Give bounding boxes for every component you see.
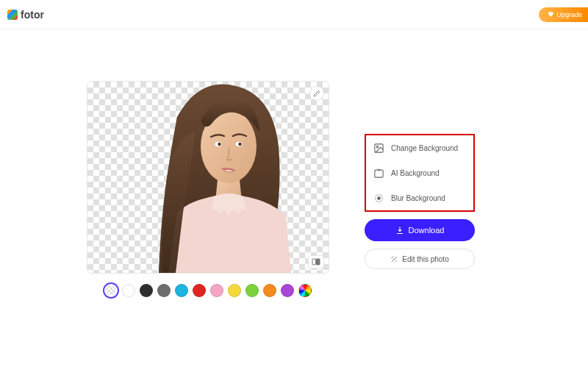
swatch-yellow[interactable] xyxy=(228,284,241,297)
edit-mask-button[interactable] xyxy=(309,86,324,101)
diamond-icon xyxy=(548,11,554,18)
color-swatches xyxy=(104,284,312,297)
logo-icon xyxy=(7,10,18,20)
swatch-gray[interactable] xyxy=(157,284,171,297)
ai-background-option[interactable]: AI Background xyxy=(372,166,467,179)
edit-photo-button[interactable]: Edit this photo xyxy=(365,249,475,269)
blur-icon xyxy=(372,191,385,204)
swatch-cyan[interactable] xyxy=(175,284,188,297)
edit-photo-label: Edit this photo xyxy=(402,255,448,263)
svg-point-8 xyxy=(376,146,379,148)
swatch-green[interactable] xyxy=(245,284,259,297)
download-button[interactable]: Download xyxy=(365,219,475,241)
swatch-purple[interactable] xyxy=(281,284,294,297)
swatch-rainbow[interactable] xyxy=(298,284,312,297)
blur-background-option[interactable]: Blur Background xyxy=(372,191,467,204)
download-label: Download xyxy=(409,226,445,235)
ai-background-label: AI Background xyxy=(391,169,440,177)
pencil-icon xyxy=(313,90,320,97)
svg-rect-6 xyxy=(317,259,320,265)
change-background-label: Change Background xyxy=(391,144,458,152)
compare-icon xyxy=(312,258,320,266)
wand-icon xyxy=(390,255,398,263)
image-canvas[interactable] xyxy=(87,81,329,274)
subject-image xyxy=(155,81,302,273)
upgrade-button[interactable]: Upgrade xyxy=(539,7,588,22)
blur-background-label: Blur Background xyxy=(391,194,445,202)
swatch-pink[interactable] xyxy=(210,284,223,297)
svg-point-2 xyxy=(218,143,220,146)
swatch-white[interactable] xyxy=(122,284,135,297)
change-background-option[interactable]: Change Background xyxy=(372,141,467,154)
swatch-red[interactable] xyxy=(193,284,206,297)
background-options-panel: Change Background AI Background Blur Bac… xyxy=(365,134,475,212)
main-content: Change Background AI Background Blur Bac… xyxy=(0,29,588,297)
download-icon xyxy=(395,226,404,235)
canvas-column xyxy=(87,81,329,297)
svg-point-4 xyxy=(238,143,241,146)
upgrade-label: Upgrade xyxy=(556,11,582,18)
brand-logo[interactable]: fotor xyxy=(7,9,44,21)
swatch-black[interactable] xyxy=(140,284,153,297)
sparkle-image-icon xyxy=(372,166,385,179)
side-panel: Change Background AI Background Blur Bac… xyxy=(365,81,475,297)
brand-name: fotor xyxy=(21,9,44,21)
swatch-orange[interactable] xyxy=(263,284,276,297)
image-icon xyxy=(372,141,385,154)
top-bar: fotor Upgrade xyxy=(0,0,588,29)
compare-button[interactable] xyxy=(308,255,324,268)
svg-rect-5 xyxy=(312,259,316,265)
svg-point-11 xyxy=(377,196,380,199)
swatch-transparent[interactable] xyxy=(104,284,118,297)
